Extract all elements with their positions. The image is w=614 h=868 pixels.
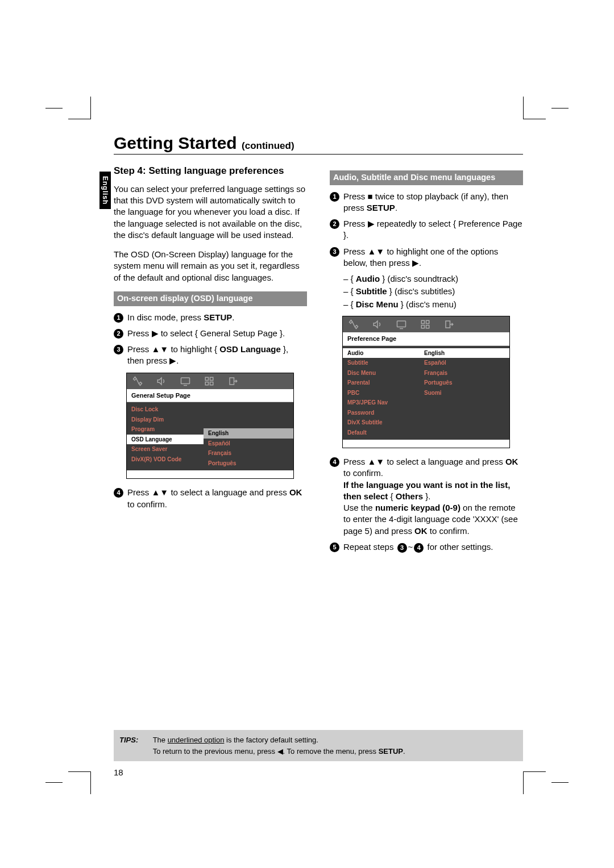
svg-rect-4 (210, 377, 213, 380)
menu-item: Disc Lock (127, 404, 204, 415)
speaker-icon (371, 319, 384, 329)
audio-step-3: 3 Press ▲▼ to highlight one of the optio… (330, 246, 523, 269)
stop-icon: ■ (368, 191, 373, 201)
section-audio-subtitle: Audio, Subtitle and Disc menu languages (330, 170, 523, 185)
tv-icon (395, 319, 408, 329)
step-number-icon: 2 (330, 219, 339, 229)
step-number-icon: 4 (114, 488, 123, 498)
osd-page-title: Preference Page (343, 332, 509, 346)
updown-arrow-icon: ▲▼ (368, 457, 385, 466)
updown-arrow-icon: ▲▼ (152, 487, 169, 497)
page-title: Getting Started (continued) (114, 133, 523, 155)
option-selected: English (420, 348, 509, 358)
tv-icon (179, 376, 192, 386)
grid-icon (203, 376, 215, 386)
option-item: Espaňól (420, 358, 509, 368)
audio-step-5: 5 Repeat steps 3~4 for other settings. (330, 541, 523, 553)
osd-menu-left: Audio Subtitle Disc Menu Parental PBC MP… (343, 346, 420, 440)
exit-icon (227, 376, 239, 386)
osd-menu-right: English Espaňól Français Português Suomi (420, 346, 509, 440)
right-arrow-icon: ▶ (169, 356, 176, 365)
left-column: Step 4: Setting language preferences You… (114, 165, 307, 557)
tools-icon (347, 319, 360, 329)
menu-item: Screen Saver (127, 444, 204, 454)
title-continued: (continued) (242, 140, 294, 151)
menu-item: Display Dim (127, 415, 204, 425)
audio-step-2: 2 Press ▶ repeatedly to select { Prefere… (330, 218, 523, 241)
osd-menu-left: Disc Lock Display Dim Program OSD Langua… (127, 402, 204, 470)
step-ref-icon: 4 (414, 543, 424, 553)
osd-page-title: General Setup Page (127, 389, 293, 403)
option-item: Français (204, 448, 293, 458)
tips-label: TIPS: (119, 735, 151, 746)
step-number-icon: 1 (330, 192, 339, 202)
svg-rect-6 (210, 382, 213, 385)
page-number: 18 (114, 767, 123, 777)
svg-rect-1 (181, 378, 190, 384)
tips-box: TIPS: The underlined option is the facto… (114, 730, 523, 761)
svg-rect-8 (397, 321, 406, 327)
speaker-icon (155, 376, 168, 386)
step-number-icon: 2 (114, 329, 123, 339)
menu-item: Password (343, 408, 420, 418)
language-tab: English (99, 172, 111, 209)
audio-step-4: 4 Press ▲▼ to select a language and pres… (330, 456, 523, 537)
exit-icon (443, 319, 455, 329)
menu-item-selected: OSD Language (127, 435, 204, 445)
osd-step-2: 2 Press ▶ to select { General Setup Page… (114, 328, 307, 339)
osd-screenshot-general: General Setup Page Disc Lock Display Dim… (126, 373, 294, 479)
svg-rect-10 (421, 320, 424, 323)
menu-item: Parental (343, 378, 420, 388)
option-selected: English (204, 428, 293, 439)
osd-menu-right: English Espaňól Français Português (204, 402, 293, 470)
updown-arrow-icon: ▲▼ (368, 247, 385, 256)
menu-item: MP3/JPEG Nav (343, 398, 420, 408)
right-arrow-icon: ▶ (368, 219, 375, 228)
tools-icon (131, 376, 144, 386)
osd-step-4: 4 Press ▲▼ to select a language and pres… (114, 487, 307, 510)
menu-item: DivX Subtitle (343, 418, 420, 428)
svg-rect-13 (426, 325, 429, 328)
step-number-icon: 3 (114, 345, 123, 354)
option-item: Français (420, 368, 509, 378)
osd-icon-bar (343, 316, 509, 332)
menu-item: Subtitle (343, 358, 420, 368)
menu-item: Disc Menu (343, 368, 420, 378)
step-number-icon: 1 (114, 313, 123, 323)
step-ref-icon: 3 (397, 543, 407, 553)
menu-item: DivX(R) VOD Code (127, 454, 204, 465)
right-arrow-icon: ▶ (412, 258, 419, 268)
osd-step-3: 3 Press ▲▼ to highlight { OSD Language }… (114, 344, 307, 367)
left-arrow-icon: ◀ (277, 747, 283, 756)
right-column: Audio, Subtitle and Disc menu languages … (330, 165, 523, 557)
osd-step-1: 1 In disc mode, press SETUP. (114, 312, 307, 323)
svg-rect-12 (421, 325, 424, 328)
step-number-icon: 3 (330, 247, 339, 257)
intro-para-2: The OSD (On-Screen Display) language for… (114, 249, 307, 283)
step-number-icon: 5 (330, 542, 339, 552)
title-main: Getting Started (114, 133, 237, 152)
updown-arrow-icon: ▲▼ (152, 344, 169, 354)
svg-line-0 (136, 378, 139, 383)
menu-item: Default (343, 428, 420, 438)
step-heading: Step 4: Setting language preferences (114, 165, 307, 178)
page-content: Getting Started (continued) Step 4: Sett… (114, 133, 523, 557)
osd-icon-bar (127, 373, 293, 389)
menu-item-selected: Audio (343, 348, 420, 358)
intro-para-1: You can select your preferred language s… (114, 183, 307, 241)
svg-line-7 (352, 322, 355, 327)
svg-rect-5 (205, 382, 208, 385)
step-number-icon: 4 (330, 457, 339, 467)
menu-item: Program (127, 424, 204, 435)
audio-step-1: 1 Press ■ twice to stop playback (if any… (330, 191, 523, 214)
osd-screenshot-preference: Preference Page Audio Subtitle Disc Menu… (342, 316, 510, 448)
option-list: – { Audio } (disc's soundtrack) – { Subt… (343, 273, 523, 310)
svg-rect-11 (426, 320, 429, 323)
option-item: Português (420, 378, 509, 388)
option-item: Português (204, 458, 293, 469)
svg-rect-3 (205, 377, 208, 380)
right-arrow-icon: ▶ (152, 328, 159, 338)
section-osd-language: On-screen display (OSD) language (114, 291, 307, 306)
menu-item: PBC (343, 388, 420, 398)
option-item: Suomi (420, 388, 509, 398)
